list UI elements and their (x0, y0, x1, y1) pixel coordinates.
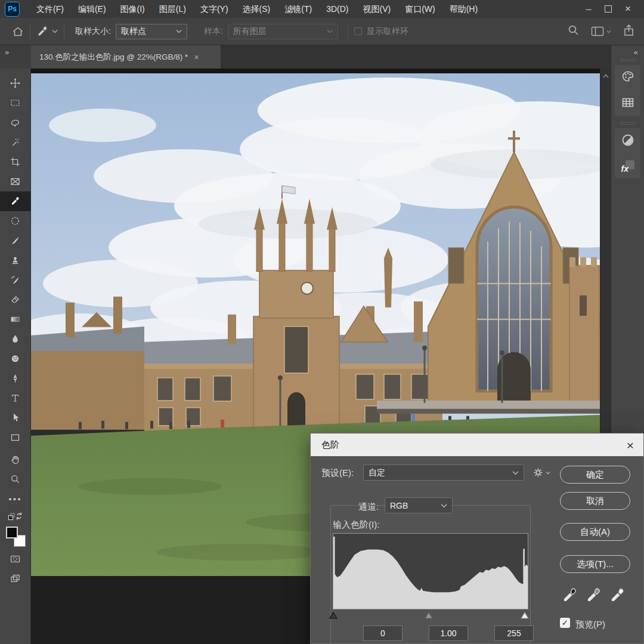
toolbar-collapse-control[interactable]: » (0, 45, 31, 69)
separator (348, 23, 348, 40)
preset-value: 自定 (369, 467, 385, 478)
gamma-field[interactable]: 1.00 (429, 626, 468, 641)
crop-tool[interactable] (0, 152, 31, 172)
color-swatches[interactable] (5, 527, 26, 547)
dock-grip[interactable] (620, 59, 636, 61)
eraser-tool[interactable] (0, 290, 31, 309)
levels-dialog[interactable]: 色阶 × 预设(E): 自定 确定 通道: RGB 取消 输入色阶(I): (310, 433, 644, 644)
sample-dropdown: 所有图层 (228, 24, 338, 39)
chevron-down-icon (546, 471, 550, 475)
frame-tool[interactable] (0, 172, 31, 191)
pen-tool[interactable] (0, 369, 31, 388)
menu-edit[interactable]: 编辑(E) (71, 0, 113, 18)
gradient-tool[interactable] (0, 309, 31, 329)
dock-grip[interactable] (620, 122, 636, 125)
magic-wand-tool[interactable] (0, 132, 31, 152)
history-brush-tool[interactable] (0, 270, 31, 290)
menu-filter[interactable]: 滤镜(T) (277, 0, 319, 18)
chevron-down-icon (327, 29, 333, 33)
panel-group-2: fx (615, 128, 640, 178)
eyedropper-tool-icon[interactable] (36, 26, 48, 38)
black-point-slider[interactable] (329, 611, 338, 620)
sample-size-label: 取样大小: (75, 26, 111, 37)
panel-group-1 (615, 65, 640, 116)
channel-dropdown[interactable]: RGB (385, 497, 453, 513)
sample-size-value: 取样点 (121, 26, 146, 37)
move-tool[interactable] (0, 73, 31, 93)
lasso-tool[interactable] (0, 113, 31, 132)
menu-layer[interactable]: 图层(L) (152, 0, 193, 18)
color-panel-icon[interactable] (621, 70, 635, 85)
options-button[interactable]: 选项(T)... (560, 555, 630, 573)
sponge-dodge-tool[interactable] (0, 349, 31, 369)
zoom-tool[interactable] (0, 469, 31, 489)
close-button[interactable]: × (620, 3, 636, 15)
preset-dropdown[interactable]: 自定 (363, 465, 524, 481)
swatches-panel-icon[interactable] (621, 96, 635, 112)
type-tool[interactable] (0, 388, 31, 408)
menu-3d[interactable]: 3D(D) (319, 0, 355, 18)
chevron-down-icon[interactable] (52, 29, 58, 33)
white-point-eyedropper-icon[interactable] (609, 587, 626, 604)
eyedropper-tool[interactable] (0, 191, 31, 211)
brush-tool[interactable] (0, 231, 31, 250)
cancel-button[interactable]: 取消 (560, 492, 630, 510)
tab-close-icon[interactable]: × (194, 52, 199, 62)
dialog-title-bar[interactable]: 色阶 × (311, 434, 643, 456)
screen-mode-icon[interactable] (0, 569, 31, 589)
menu-select[interactable]: 选择(S) (236, 0, 278, 18)
gray-point-eyedropper-icon[interactable] (585, 587, 602, 604)
preview-checkbox[interactable]: ✓ (560, 618, 570, 628)
menu-view[interactable]: 视图(V) (355, 0, 398, 18)
swap-colors-icon[interactable] (0, 509, 31, 524)
healing-brush-tool[interactable] (0, 211, 31, 231)
scroll-up-icon (602, 73, 609, 79)
quick-mask-icon[interactable] (0, 549, 31, 569)
menu-items: 文件(F) 编辑(E) 图像(I) 图层(L) 文字(Y) 选择(S) 滤镜(T… (29, 0, 485, 18)
hand-tool[interactable] (0, 450, 31, 469)
sample-value: 所有图层 (233, 26, 267, 37)
dialog-close-icon[interactable]: × (627, 439, 634, 451)
menu-image[interactable]: 图像(I) (113, 0, 152, 18)
share-icon[interactable] (623, 24, 634, 39)
white-point-field[interactable]: 255 (494, 626, 534, 641)
maximize-button[interactable] (605, 5, 612, 13)
sample-size-dropdown[interactable]: 取样点 (116, 24, 187, 39)
gamma-slider[interactable] (425, 611, 433, 620)
chevron-down-icon (441, 503, 447, 508)
search-icon[interactable] (568, 24, 579, 38)
path-select-tool[interactable] (0, 408, 31, 428)
photoshop-window: Ps 文件(F) 编辑(E) 图像(I) 图层(L) 文字(Y) 选择(S) 滤… (0, 0, 644, 644)
rectangle-tool[interactable] (0, 428, 31, 447)
preset-options-gear-icon[interactable] (532, 467, 550, 478)
tools-panel: ●●● (0, 69, 31, 644)
dock-collapse-control[interactable]: « (611, 45, 644, 58)
black-point-field[interactable]: 0 (363, 626, 402, 641)
edit-toolbar-ellipsis-icon[interactable]: ●●● (0, 489, 31, 509)
ok-button[interactable]: 确定 (560, 466, 630, 484)
clone-stamp-tool[interactable] (0, 250, 31, 270)
menu-window[interactable]: 窗口(W) (398, 0, 442, 18)
workspace-switcher-icon[interactable] (591, 26, 611, 36)
minimize-button[interactable]: ─ (581, 5, 596, 14)
histogram-shape (333, 537, 528, 609)
menu-help[interactable]: 帮助(H) (442, 0, 485, 18)
blur-tool[interactable] (0, 329, 31, 349)
home-icon[interactable] (12, 26, 24, 37)
document-tab[interactable]: 130.色阶之输出色阶.jpg @ 22%(RGB/8) * × (31, 45, 221, 69)
auto-button[interactable]: 自动(A) (560, 523, 630, 541)
styles-panel-icon[interactable]: fx (621, 160, 634, 174)
marquee-tool[interactable] (0, 93, 31, 113)
menu-type[interactable]: 文字(Y) (193, 0, 236, 18)
sample-label: 样本: (204, 26, 223, 37)
chevron-down-icon (176, 29, 182, 33)
window-controls: ─ × (581, 3, 644, 15)
adjustments-panel-icon[interactable] (621, 133, 635, 150)
histogram (333, 533, 528, 609)
fx-label: fx (621, 164, 628, 174)
foreground-color-swatch[interactable] (6, 527, 18, 538)
document-tab-title: 130.色阶之输出色阶.jpg @ 22%(RGB/8) * (39, 52, 188, 63)
black-point-eyedropper-icon[interactable] (561, 587, 578, 604)
white-point-slider[interactable] (521, 611, 529, 620)
menu-file[interactable]: 文件(F) (29, 0, 71, 18)
